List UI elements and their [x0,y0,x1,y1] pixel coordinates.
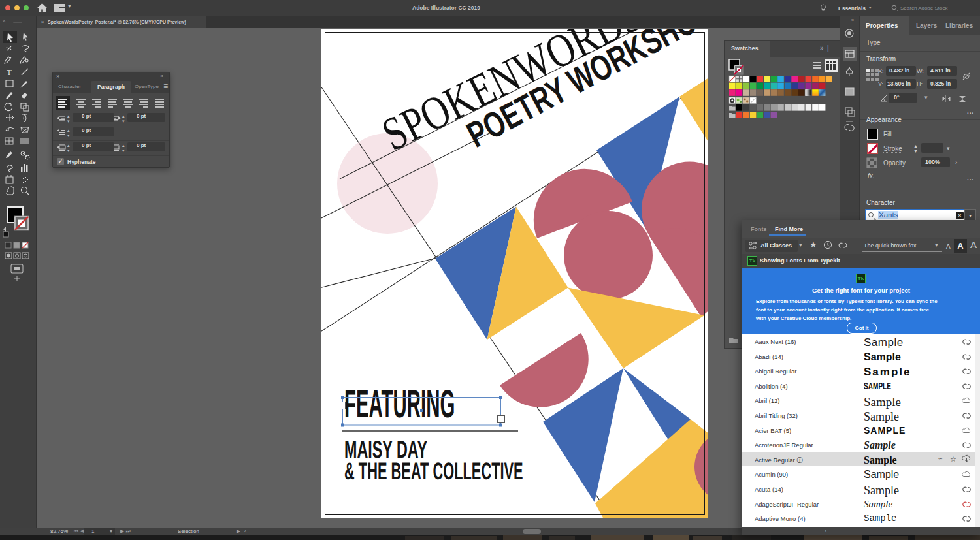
svg-text:FEATURING: FEATURING [344,382,455,426]
svg-text:T: T [7,67,12,77]
svg-text:& THE BEAT COLLECTIVE: & THE BEAT COLLECTIVE [344,458,523,484]
